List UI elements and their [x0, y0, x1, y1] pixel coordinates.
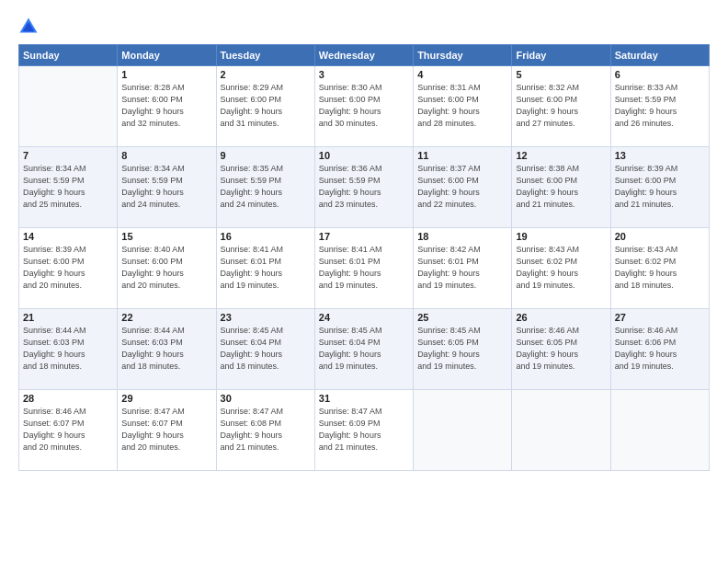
calendar-cell: 10Sunrise: 8:36 AM Sunset: 5:59 PM Dayli…	[314, 147, 413, 228]
calendar-cell: 26Sunrise: 8:46 AM Sunset: 6:05 PM Dayli…	[512, 309, 610, 390]
day-number: 1	[121, 69, 211, 80]
calendar-cell: 2Sunrise: 8:29 AM Sunset: 6:00 PM Daylig…	[216, 66, 314, 147]
day-info: Sunrise: 8:47 AM Sunset: 6:07 PM Dayligh…	[121, 406, 211, 454]
day-number: 5	[516, 69, 606, 80]
logo	[18, 17, 42, 37]
day-number: 2	[221, 69, 311, 80]
calendar-week-1: 1Sunrise: 8:28 AM Sunset: 6:00 PM Daylig…	[19, 66, 710, 147]
calendar-cell: 11Sunrise: 8:37 AM Sunset: 6:00 PM Dayli…	[414, 147, 512, 228]
day-number: 7	[23, 150, 113, 161]
day-number: 6	[615, 69, 705, 80]
day-info: Sunrise: 8:39 AM Sunset: 6:00 PM Dayligh…	[23, 244, 113, 292]
weekday-header-thursday: Thursday	[414, 45, 512, 66]
day-info: Sunrise: 8:29 AM Sunset: 6:00 PM Dayligh…	[221, 82, 311, 130]
calendar-cell: 31Sunrise: 8:47 AM Sunset: 6:09 PM Dayli…	[314, 390, 413, 471]
day-number: 25	[417, 312, 507, 323]
day-info: Sunrise: 8:45 AM Sunset: 6:04 PM Dayligh…	[221, 325, 311, 373]
calendar-cell: 14Sunrise: 8:39 AM Sunset: 6:00 PM Dayli…	[19, 228, 118, 309]
calendar-cell: 15Sunrise: 8:40 AM Sunset: 6:00 PM Dayli…	[118, 228, 216, 309]
day-number: 22	[121, 312, 211, 323]
day-info: Sunrise: 8:33 AM Sunset: 5:59 PM Dayligh…	[615, 82, 705, 130]
day-info: Sunrise: 8:45 AM Sunset: 6:05 PM Dayligh…	[417, 325, 507, 373]
day-info: Sunrise: 8:47 AM Sunset: 6:09 PM Dayligh…	[319, 406, 409, 454]
day-info: Sunrise: 8:46 AM Sunset: 6:07 PM Dayligh…	[23, 406, 113, 454]
calendar-cell: 29Sunrise: 8:47 AM Sunset: 6:07 PM Dayli…	[118, 390, 216, 471]
day-number: 8	[121, 150, 211, 161]
calendar-week-3: 14Sunrise: 8:39 AM Sunset: 6:00 PM Dayli…	[19, 228, 710, 309]
day-number: 10	[319, 150, 409, 161]
weekday-header-sunday: Sunday	[19, 45, 118, 66]
day-number: 13	[615, 150, 705, 161]
day-number: 30	[221, 393, 311, 404]
day-info: Sunrise: 8:32 AM Sunset: 6:00 PM Dayligh…	[516, 82, 606, 130]
day-info: Sunrise: 8:37 AM Sunset: 6:00 PM Dayligh…	[417, 163, 507, 211]
calendar-cell: 17Sunrise: 8:41 AM Sunset: 6:01 PM Dayli…	[314, 228, 413, 309]
day-info: Sunrise: 8:38 AM Sunset: 6:00 PM Dayligh…	[516, 163, 606, 211]
day-info: Sunrise: 8:46 AM Sunset: 6:06 PM Dayligh…	[615, 325, 705, 373]
day-info: Sunrise: 8:44 AM Sunset: 6:03 PM Dayligh…	[121, 325, 211, 373]
day-info: Sunrise: 8:34 AM Sunset: 5:59 PM Dayligh…	[121, 163, 211, 211]
day-number: 21	[23, 312, 113, 323]
calendar-cell	[19, 66, 118, 147]
calendar-cell: 8Sunrise: 8:34 AM Sunset: 5:59 PM Daylig…	[118, 147, 216, 228]
day-number: 15	[121, 231, 211, 242]
day-info: Sunrise: 8:45 AM Sunset: 6:04 PM Dayligh…	[319, 325, 409, 373]
weekday-header-row: SundayMondayTuesdayWednesdayThursdayFrid…	[19, 45, 710, 66]
calendar-cell: 1Sunrise: 8:28 AM Sunset: 6:00 PM Daylig…	[118, 66, 216, 147]
day-info: Sunrise: 8:43 AM Sunset: 6:02 PM Dayligh…	[615, 244, 705, 292]
day-number: 20	[615, 231, 705, 242]
day-info: Sunrise: 8:39 AM Sunset: 6:00 PM Dayligh…	[615, 163, 705, 211]
day-number: 29	[121, 393, 211, 404]
day-info: Sunrise: 8:47 AM Sunset: 6:08 PM Dayligh…	[221, 406, 311, 454]
page-header	[18, 17, 710, 37]
weekday-header-monday: Monday	[118, 45, 216, 66]
calendar-cell: 30Sunrise: 8:47 AM Sunset: 6:08 PM Dayli…	[216, 390, 314, 471]
calendar-cell: 27Sunrise: 8:46 AM Sunset: 6:06 PM Dayli…	[610, 309, 709, 390]
calendar-cell: 5Sunrise: 8:32 AM Sunset: 6:00 PM Daylig…	[512, 66, 610, 147]
calendar-cell: 20Sunrise: 8:43 AM Sunset: 6:02 PM Dayli…	[610, 228, 709, 309]
calendar-cell: 21Sunrise: 8:44 AM Sunset: 6:03 PM Dayli…	[19, 309, 118, 390]
day-info: Sunrise: 8:46 AM Sunset: 6:05 PM Dayligh…	[516, 325, 606, 373]
calendar-cell: 9Sunrise: 8:35 AM Sunset: 5:59 PM Daylig…	[216, 147, 314, 228]
day-number: 12	[516, 150, 606, 161]
calendar-cell: 4Sunrise: 8:31 AM Sunset: 6:00 PM Daylig…	[414, 66, 512, 147]
weekday-header-tuesday: Tuesday	[216, 45, 314, 66]
day-number: 27	[615, 312, 705, 323]
day-info: Sunrise: 8:41 AM Sunset: 6:01 PM Dayligh…	[221, 244, 311, 292]
day-info: Sunrise: 8:30 AM Sunset: 6:00 PM Dayligh…	[319, 82, 409, 130]
calendar-cell: 16Sunrise: 8:41 AM Sunset: 6:01 PM Dayli…	[216, 228, 314, 309]
day-info: Sunrise: 8:31 AM Sunset: 6:00 PM Dayligh…	[417, 82, 507, 130]
day-number: 11	[417, 150, 507, 161]
calendar-cell: 6Sunrise: 8:33 AM Sunset: 5:59 PM Daylig…	[610, 66, 709, 147]
calendar-table: SundayMondayTuesdayWednesdayThursdayFrid…	[18, 44, 710, 471]
day-number: 23	[221, 312, 311, 323]
calendar-week-4: 21Sunrise: 8:44 AM Sunset: 6:03 PM Dayli…	[19, 309, 710, 390]
calendar-cell: 22Sunrise: 8:44 AM Sunset: 6:03 PM Dayli…	[118, 309, 216, 390]
day-info: Sunrise: 8:36 AM Sunset: 5:59 PM Dayligh…	[319, 163, 409, 211]
day-number: 16	[221, 231, 311, 242]
weekday-header-wednesday: Wednesday	[314, 45, 413, 66]
day-number: 24	[319, 312, 409, 323]
calendar-week-2: 7Sunrise: 8:34 AM Sunset: 5:59 PM Daylig…	[19, 147, 710, 228]
calendar-cell: 23Sunrise: 8:45 AM Sunset: 6:04 PM Dayli…	[216, 309, 314, 390]
day-info: Sunrise: 8:35 AM Sunset: 5:59 PM Dayligh…	[221, 163, 311, 211]
logo-icon	[18, 17, 39, 37]
day-number: 3	[319, 69, 409, 80]
day-info: Sunrise: 8:28 AM Sunset: 6:00 PM Dayligh…	[121, 82, 211, 130]
calendar-cell: 25Sunrise: 8:45 AM Sunset: 6:05 PM Dayli…	[414, 309, 512, 390]
calendar-cell: 3Sunrise: 8:30 AM Sunset: 6:00 PM Daylig…	[314, 66, 413, 147]
calendar-cell	[610, 390, 709, 471]
calendar-cell: 18Sunrise: 8:42 AM Sunset: 6:01 PM Dayli…	[414, 228, 512, 309]
day-number: 9	[221, 150, 311, 161]
calendar-cell: 13Sunrise: 8:39 AM Sunset: 6:00 PM Dayli…	[610, 147, 709, 228]
day-number: 18	[417, 231, 507, 242]
calendar-week-5: 28Sunrise: 8:46 AM Sunset: 6:07 PM Dayli…	[19, 390, 710, 471]
day-info: Sunrise: 8:40 AM Sunset: 6:00 PM Dayligh…	[121, 244, 211, 292]
day-number: 14	[23, 231, 113, 242]
day-info: Sunrise: 8:34 AM Sunset: 5:59 PM Dayligh…	[23, 163, 113, 211]
weekday-header-saturday: Saturday	[610, 45, 709, 66]
day-number: 28	[23, 393, 113, 404]
day-info: Sunrise: 8:41 AM Sunset: 6:01 PM Dayligh…	[319, 244, 409, 292]
day-number: 19	[516, 231, 606, 242]
day-info: Sunrise: 8:42 AM Sunset: 6:01 PM Dayligh…	[417, 244, 507, 292]
